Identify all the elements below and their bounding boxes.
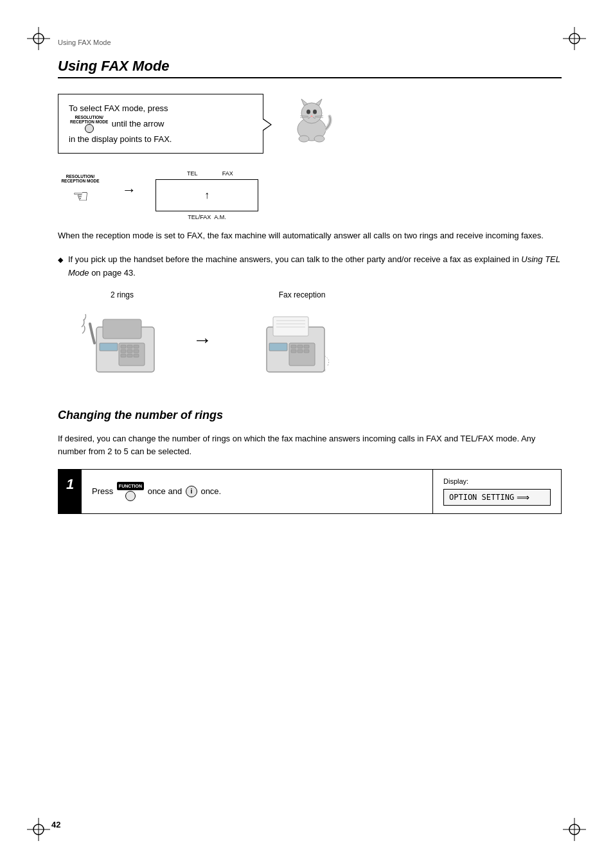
option-arrow-icon: ⟹ bbox=[517, 492, 529, 502]
callout-text-line1: To select FAX mode, press bbox=[69, 103, 168, 113]
bullet-text-suffix: on page 43. bbox=[89, 268, 136, 278]
fax-right-label: Fax reception bbox=[279, 290, 326, 299]
bullet-text: If you pick up the handset before the ma… bbox=[68, 253, 562, 280]
arrow-up-indicator: ↑ bbox=[204, 190, 209, 201]
display-bottom-labels: TEL/FAX A.M. bbox=[155, 214, 258, 220]
fax-left-label: 2 rings bbox=[111, 290, 134, 299]
big-arrow-icon: → bbox=[193, 329, 212, 351]
svg-point-16 bbox=[306, 110, 310, 114]
step1-text-middle: once and bbox=[148, 485, 182, 499]
nav-button: i bbox=[186, 486, 197, 497]
svg-rect-37 bbox=[100, 343, 118, 351]
svg-rect-29 bbox=[127, 345, 132, 348]
svg-rect-46 bbox=[304, 345, 309, 348]
svg-rect-28 bbox=[121, 345, 126, 348]
svg-rect-35 bbox=[127, 354, 132, 357]
reg-mark-bl bbox=[27, 818, 50, 841]
section-subtitle: Changing the number of rings bbox=[58, 409, 562, 422]
function-button-circle bbox=[125, 491, 136, 501]
svg-rect-49 bbox=[304, 350, 309, 353]
svg-point-17 bbox=[313, 110, 317, 114]
page-number: 42 bbox=[51, 820, 60, 829]
display-text: OPTION SETTING bbox=[449, 493, 514, 502]
callout-box: To select FAX mode, press RESOLUTION/REC… bbox=[58, 94, 263, 154]
step1-display: Display: OPTION SETTING ⟹ bbox=[432, 470, 561, 513]
reg-mark-tr bbox=[563, 27, 586, 50]
svg-marker-14 bbox=[301, 99, 308, 105]
page-title: Using FAX Mode bbox=[58, 58, 562, 78]
svg-rect-26 bbox=[103, 319, 141, 339]
callout-text-line3: in the display points to FAX. bbox=[69, 134, 172, 144]
arrow-right-icon: → bbox=[122, 182, 136, 199]
resolution-button-area: RESOLUTION/ RECEPTION MODE ☜ bbox=[58, 174, 103, 207]
svg-marker-15 bbox=[315, 99, 322, 105]
resolution-mode-label: RESOLUTION/ RECEPTION MODE bbox=[61, 174, 99, 183]
section2-paragraph: If desired, you can change the number of… bbox=[58, 432, 562, 459]
am-label: A.M. bbox=[214, 214, 226, 220]
svg-rect-44 bbox=[291, 345, 296, 348]
function-button: FUNCTION bbox=[117, 482, 144, 501]
arrow-display-section: RESOLUTION/ RECEPTION MODE ☜ → TEL FAX ↑… bbox=[58, 169, 562, 211]
function-button-label: FUNCTION bbox=[117, 482, 144, 490]
cat-svg bbox=[286, 94, 337, 145]
telfax-label: TEL/FAX bbox=[188, 214, 211, 220]
hand-press-icon: ☜ bbox=[73, 186, 89, 207]
step1-number: 1 bbox=[58, 470, 82, 513]
svg-rect-32 bbox=[127, 350, 132, 353]
svg-rect-31 bbox=[121, 350, 126, 353]
callout-text-line2: until the arrow bbox=[112, 118, 164, 128]
fax-machine-left bbox=[77, 305, 167, 388]
svg-text:«: « bbox=[323, 368, 326, 373]
callout-section: To select FAX mode, press RESOLUTION/REC… bbox=[58, 94, 562, 154]
reg-mark-tl bbox=[27, 27, 50, 50]
bullet-item-1: ◆ If you pick up the handset before the … bbox=[58, 253, 562, 280]
svg-rect-30 bbox=[134, 345, 139, 348]
display-screen: OPTION SETTING ⟹ bbox=[443, 489, 551, 506]
bullet-text-prefix: If you pick up the handset before the ma… bbox=[68, 254, 521, 264]
svg-point-13 bbox=[301, 103, 322, 123]
body-paragraph-1: When the reception mode is set to FAX, t… bbox=[58, 229, 562, 243]
svg-point-24 bbox=[314, 136, 324, 142]
reg-mark-br bbox=[563, 818, 586, 841]
svg-rect-48 bbox=[298, 350, 303, 353]
cat-illustration bbox=[283, 94, 341, 145]
step1-content: Press FUNCTION once and i once. bbox=[82, 470, 432, 513]
display-box: ↑ bbox=[155, 179, 258, 211]
page: Using FAX Mode Using FAX Mode To select … bbox=[0, 0, 613, 868]
fax-machines-section: 2 rings bbox=[58, 290, 562, 388]
svg-point-23 bbox=[299, 136, 309, 142]
svg-rect-33 bbox=[134, 350, 139, 353]
tel-label: TEL bbox=[187, 170, 198, 177]
display-label: Display: bbox=[443, 477, 551, 485]
step1-instruction-box: 1 Press FUNCTION once and i once. Displa… bbox=[58, 469, 562, 514]
breadcrumb: Using FAX Mode bbox=[58, 39, 562, 46]
fax-label: FAX bbox=[222, 170, 233, 177]
svg-rect-39 bbox=[273, 317, 308, 336]
fax-machine-right-group: Fax reception bbox=[238, 290, 366, 388]
svg-rect-47 bbox=[291, 350, 296, 353]
resolution-label: RESOLUTION/RECEPTION MODE bbox=[70, 115, 108, 124]
fax-machine-right-svg: « bbox=[260, 308, 344, 385]
resolution-circle bbox=[85, 124, 94, 133]
svg-rect-36 bbox=[134, 354, 139, 357]
svg-rect-45 bbox=[298, 345, 303, 348]
svg-rect-50 bbox=[269, 343, 287, 351]
fax-machine-left-group: 2 rings bbox=[58, 290, 186, 388]
fax-machine-left-svg bbox=[80, 308, 164, 385]
svg-rect-34 bbox=[121, 354, 126, 357]
resolution-button-callout: RESOLUTION/RECEPTION MODE bbox=[70, 115, 108, 133]
display-top-labels: TEL FAX bbox=[155, 170, 258, 177]
step1-text-suffix: once. bbox=[200, 485, 221, 499]
fax-machine-right: « bbox=[257, 305, 347, 388]
display-box-container: TEL FAX ↑ TEL/FAX A.M. bbox=[155, 179, 258, 211]
step1-text-prefix: Press bbox=[92, 485, 113, 499]
bullet-diamond-icon: ◆ bbox=[58, 254, 63, 280]
